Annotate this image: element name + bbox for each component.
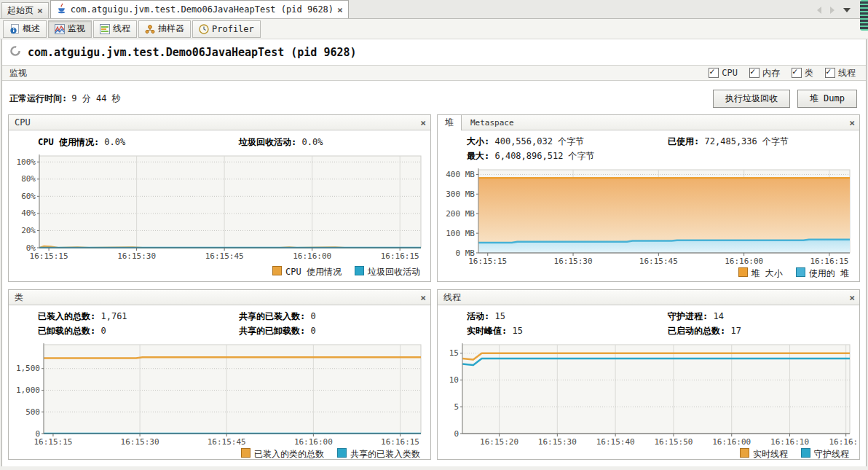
svg-text:200 MB: 200 MB — [446, 209, 475, 219]
svg-text:5: 5 — [454, 402, 459, 412]
svg-text:16:15:40: 16:15:40 — [596, 437, 635, 447]
close-icon[interactable] — [420, 293, 426, 302]
stat-label: 已装入的总数: — [38, 311, 95, 321]
heap-panel-header: 堆 Metaspace — [438, 115, 859, 130]
svg-text:40%: 40% — [21, 208, 36, 218]
legend-label: 垃圾回收活动 — [368, 267, 420, 277]
svg-text:16:16:15: 16:16:15 — [810, 256, 848, 266]
svg-text:80%: 80% — [21, 174, 36, 184]
threads-chart-legend: 实时线程守护线程 — [438, 448, 859, 460]
svg-text:16:15:30: 16:15:30 — [554, 256, 593, 266]
checkbox-threads[interactable]: 线程 — [825, 67, 856, 79]
stat-value: 0.0% — [302, 137, 323, 147]
cpu-panel: CPU CPU 使用情况: 0.0% 垃圾回收活动: 0.0% 100%80%6… — [8, 114, 431, 282]
svg-text:20%: 20% — [21, 226, 36, 235]
tab-start-page[interactable]: 起始页 — [1, 2, 49, 18]
close-icon[interactable] — [849, 293, 855, 302]
threads-panel: 线程 活动: 15 守护进程: 14 实时峰值: 15 已启动的总数: 17 1… — [437, 289, 860, 460]
stat-value: 15 — [494, 311, 505, 321]
svg-text:16:16:15: 16:16:15 — [381, 251, 419, 261]
stat-label: 已启动的总数: — [668, 326, 725, 336]
tab-label: 抽样器 — [158, 23, 184, 35]
prev-tab-icon[interactable] — [817, 7, 821, 14]
threads-panel-header: 线程 — [438, 290, 859, 305]
svg-text:1,000: 1,000 — [16, 385, 40, 395]
legend-item: 垃圾回收活动 — [355, 266, 420, 278]
tab-sampler[interactable]: 抽样器 — [138, 20, 191, 38]
screen-edge-widget — [860, 0, 868, 31]
document-tab-bar: 起始页 com.atguigu.jvm.test.Demo06JavaHeapT… — [0, 0, 868, 19]
process-spinner-icon — [9, 45, 21, 60]
tab-threads[interactable]: 线程 — [93, 20, 137, 38]
stat-value: 14 — [714, 311, 724, 321]
checkbox-icon — [709, 68, 719, 78]
legend-swatch — [738, 267, 748, 277]
checkbox-label: 线程 — [838, 67, 856, 79]
tab-list-dropdown-icon[interactable] — [843, 8, 851, 12]
view-toolbar: 概述 监视 线程 抽样器 Profiler — [0, 19, 868, 39]
legend-swatch — [801, 448, 810, 458]
tab-label: 起始页 — [7, 4, 33, 17]
cpu-panel-header: CPU — [9, 115, 430, 130]
legend-item: CPU 使用情况 — [272, 266, 342, 278]
stat-label: 守护进程: — [668, 311, 708, 321]
stat-value: 0.0% — [104, 137, 125, 147]
tab-heap[interactable]: 堆 — [438, 115, 462, 130]
legend-label: 实时线程 — [753, 449, 788, 459]
svg-text:15: 15 — [449, 348, 459, 358]
tab-monitor[interactable]: 监视 — [48, 20, 92, 38]
tab-process[interactable]: com.atguigu.jvm.test.Demo06JavaHeapTest … — [50, 0, 349, 18]
svg-text:16:15:15: 16:15:15 — [33, 437, 72, 447]
checkbox-cpu[interactable]: CPU — [709, 67, 738, 79]
checkbox-memory[interactable]: 内存 — [749, 67, 780, 79]
tab-label: Profiler — [212, 24, 254, 34]
tab-overview[interactable]: 概述 — [3, 20, 47, 38]
stat-label: 活动: — [467, 311, 489, 321]
legend-label: 堆 大小 — [751, 268, 783, 278]
monitor-view: com.atguigu.jvm.test.Demo06JavaHeapTest … — [1, 39, 867, 466]
sampler-icon — [145, 24, 155, 34]
svg-text:16:16:15: 16:16:15 — [381, 437, 419, 447]
svg-text:16:15:15: 16:15:15 — [30, 251, 68, 261]
checkbox-classes[interactable]: 类 — [792, 67, 813, 79]
svg-text:100%: 100% — [17, 157, 36, 167]
panel-title: CPU — [15, 117, 31, 128]
legend-swatch — [337, 448, 347, 458]
classes-chart: 1,5001,000500016:15:1516:15:3016:15:4516… — [9, 340, 430, 448]
classes-panel: 类 已装入的总数: 1,761 共享的已装入数: 0 已卸载的总数: 0 共享的… — [8, 289, 431, 460]
stat-label: 已使用: — [668, 136, 699, 146]
checkbox-icon — [792, 68, 802, 78]
close-icon[interactable] — [337, 5, 343, 15]
tab-profiler[interactable]: Profiler — [192, 20, 261, 38]
stat-value: 0 — [100, 326, 106, 336]
svg-text:16:15:50: 16:15:50 — [654, 437, 693, 447]
stat-value: 17 — [731, 326, 741, 336]
legend-item: 堆 大小 — [738, 267, 783, 280]
checkbox-icon — [749, 68, 760, 78]
svg-text:16:15:45: 16:15:45 — [639, 256, 678, 266]
perform-gc-button[interactable]: 执行垃圾回收 — [713, 90, 790, 108]
next-tab-icon[interactable] — [830, 7, 835, 14]
stat-label: 已卸载的总数: — [38, 326, 95, 336]
legend-swatch — [740, 448, 749, 458]
threads-chart: 15105016:15:2016:15:3016:15:4016:15:5016… — [438, 340, 859, 448]
page-title-row: com.atguigu.jvm.test.Demo06JavaHeapTest … — [2, 39, 866, 65]
close-icon[interactable] — [420, 118, 426, 128]
svg-text:16:16:00: 16:16:00 — [294, 437, 333, 447]
checkbox-label: CPU — [722, 68, 738, 78]
stat-value: 6,408,896,512 个字节 — [494, 151, 594, 161]
page-title: com.atguigu.jvm.test.Demo06JavaHeapTest … — [28, 46, 357, 59]
tab-label: com.atguigu.jvm.test.Demo06JavaHeapTest … — [71, 4, 334, 15]
tab-metaspace[interactable]: Metaspace — [470, 118, 514, 128]
heap-dump-button[interactable]: 堆 Dump — [797, 90, 857, 108]
close-icon[interactable] — [849, 118, 855, 128]
stat-label: 大小: — [467, 136, 489, 146]
heap-stats: 大小: 400,556,032 个字节 已使用: 72,485,336 个字节 … — [438, 130, 859, 164]
svg-text:16:15:45: 16:15:45 — [208, 437, 246, 447]
stat-label: 实时峰值: — [467, 326, 507, 336]
heap-chart: 400 MB300 MB200 MB100 MB0 MB16:15:1516:1… — [438, 165, 859, 267]
classes-panel-header: 类 — [9, 290, 430, 305]
close-icon[interactable] — [37, 6, 43, 15]
svg-text:0: 0 — [454, 429, 459, 439]
legend-label: 守护线程 — [814, 449, 849, 459]
